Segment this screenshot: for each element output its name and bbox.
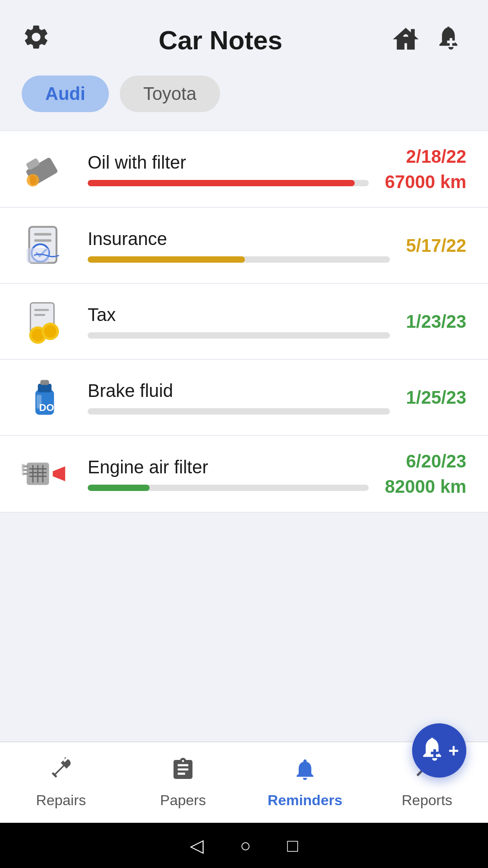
reminder-content-brake_fluid: Brake fluid (88, 381, 390, 415)
reminder-item-oil[interactable]: Oil with filter 2/18/22 67000 km (0, 130, 488, 208)
reminder-name-oil: Oil with filter (88, 152, 369, 173)
reminder-content-oil: Oil with filter (88, 152, 369, 186)
reminder-name-insurance: Insurance (88, 229, 390, 249)
reminder-item-brake_fluid[interactable]: DOT4 Brake fluid 1/25/23 (0, 360, 488, 436)
progress-bar-bg-engine_air_filter (88, 485, 369, 491)
reminder-date-tax: 1/23/23 (406, 309, 466, 334)
nav-label-repairs: Repairs (36, 792, 86, 809)
reminder-date-insurance: 5/17/22 (406, 233, 466, 258)
svg-rect-13 (34, 314, 46, 316)
settings-icon[interactable] (22, 23, 51, 57)
add-notification-icon[interactable] (436, 24, 466, 57)
reminder-content-engine_air_filter: Engine air filter (88, 457, 369, 491)
svg-text:DOT4: DOT4 (39, 402, 66, 413)
reminder-date-brake_fluid: 1/25/23 (406, 385, 466, 410)
reminder-content-tax: Tax (88, 305, 390, 339)
reminder-icon-engine_air_filter (22, 449, 71, 499)
car-tabs: Audi Toyota (0, 66, 488, 126)
reminder-km-oil: 67000 km (385, 169, 466, 194)
nav-label-reminders: Reminders (267, 792, 342, 809)
reminder-date-engine_air_filter: 6/20/23 (385, 448, 466, 474)
recents-button[interactable]: □ (287, 835, 298, 856)
progress-bar-bg-tax (88, 332, 390, 339)
progress-bar-bg-brake_fluid (88, 408, 390, 415)
progress-bar-fill-engine_air_filter (88, 485, 150, 491)
svg-point-34 (22, 468, 25, 472)
tab-toyota[interactable]: Toyota (120, 75, 220, 112)
reminder-icon-insurance (22, 221, 71, 270)
nav-icon-papers (170, 757, 196, 788)
svg-rect-6 (34, 239, 52, 242)
reminder-date-oil: 2/18/22 (385, 144, 466, 169)
home-button[interactable]: ○ (240, 835, 251, 856)
reminder-icon-brake_fluid: DOT4 (22, 373, 71, 422)
reminder-km-engine_air_filter: 82000 km (385, 474, 466, 499)
tab-audi[interactable]: Audi (22, 75, 109, 112)
garage-icon[interactable] (390, 24, 421, 57)
progress-bar-bg-oil (88, 180, 369, 186)
reminder-icon-tax (22, 297, 71, 346)
reminder-icon-oil (22, 144, 71, 194)
svg-rect-17 (38, 384, 52, 392)
back-button[interactable]: ◁ (190, 835, 204, 856)
system-bar: ◁ ○ □ (0, 823, 488, 868)
nav-icon-repairs (48, 757, 74, 788)
svg-point-3 (30, 175, 36, 185)
svg-point-15 (44, 325, 57, 338)
progress-bar-fill-oil (88, 180, 355, 186)
svg-rect-5 (34, 233, 52, 236)
reminder-item-tax[interactable]: Tax 1/23/23 (0, 284, 488, 360)
svg-marker-29 (53, 467, 66, 481)
svg-rect-18 (40, 380, 49, 385)
nav-item-reminders[interactable]: Reminders (244, 750, 366, 816)
header-right-icons (390, 24, 466, 57)
reminder-list: Oil with filter 2/18/22 67000 km Insuran… (0, 126, 488, 741)
header: Car Notes (0, 0, 488, 66)
nav-icon-reminders (292, 757, 318, 788)
svg-point-33 (22, 464, 25, 469)
reminder-name-brake_fluid: Brake fluid (88, 381, 390, 401)
svg-rect-12 (34, 309, 49, 311)
svg-point-35 (22, 472, 25, 476)
progress-bar-bg-insurance (88, 256, 390, 263)
reminder-name-tax: Tax (88, 305, 390, 325)
app-title: Car Notes (51, 25, 390, 55)
reminder-item-insurance[interactable]: Insurance 5/17/22 (0, 208, 488, 284)
nav-label-papers: Papers (160, 792, 206, 809)
progress-bar-fill-insurance (88, 256, 245, 263)
nav-item-papers[interactable]: Papers (122, 750, 244, 816)
reminder-item-engine_air_filter[interactable]: Engine air filter 6/20/23 82000 km (0, 436, 488, 513)
reminder-content-insurance: Insurance (88, 229, 390, 263)
add-reminder-fab[interactable]: + (412, 723, 466, 778)
nav-label-reports: Reports (402, 792, 452, 809)
reminder-name-engine_air_filter: Engine air filter (88, 457, 369, 477)
nav-item-repairs[interactable]: Repairs (0, 750, 122, 816)
